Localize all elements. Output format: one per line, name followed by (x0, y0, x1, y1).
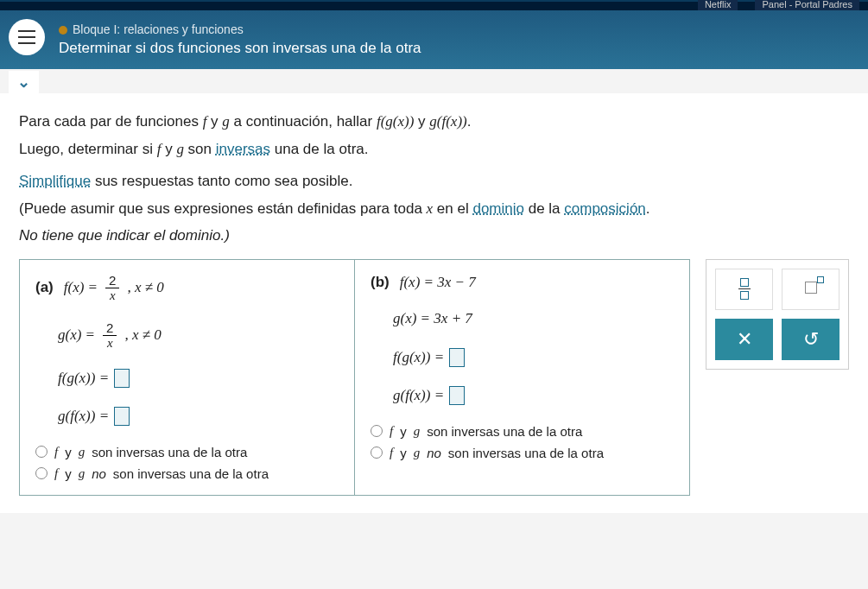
link-simplifique[interactable]: Simplifique (19, 173, 91, 189)
work-area: (a) f(x) = 2x , x ≠ 0 g(x) = 2x , x ≠ 0 … (19, 259, 849, 496)
link-inversas[interactable]: inversas (216, 141, 270, 157)
radio-b-not-inverse[interactable]: f y g no son inversas una de la otra (371, 446, 674, 460)
menu-button[interactable] (9, 19, 45, 55)
keypad: ✕ ↺ (706, 259, 849, 370)
tool-clear[interactable]: ✕ (715, 319, 773, 360)
radio-a-inverse[interactable]: f y g son inversas una de la otra (35, 445, 339, 459)
tool-exponent[interactable] (782, 269, 839, 310)
tool-undo[interactable]: ↺ (782, 319, 839, 360)
radio-b-inverse[interactable]: f y g son inversas una de la otra (371, 424, 674, 439)
column-b: (b) f(x) = 3x − 7 g(x) = 3x + 7 f(g(x)) … (355, 260, 689, 495)
question-content: Para cada par de funciones f y g a conti… (0, 93, 868, 513)
radio-icon (35, 446, 48, 458)
browser-tabs: Netflix Panel - Portal Padres (698, 0, 859, 10)
top-bar: Netflix Panel - Portal Padres (0, 0, 868, 10)
link-composicion[interactable]: composición (564, 200, 646, 217)
exponent-icon (805, 282, 817, 297)
label-a: (a) (35, 279, 54, 296)
radio-a-not-inverse[interactable]: f y g no son inversas una de la otra (35, 466, 339, 481)
input-b-fg[interactable] (449, 348, 465, 367)
input-b-gf[interactable] (449, 386, 465, 405)
status-dot-icon (59, 26, 67, 35)
fraction-icon (738, 278, 751, 300)
radio-icon (371, 425, 383, 437)
problem-table: (a) f(x) = 2x , x ≠ 0 g(x) = 2x , x ≠ 0 … (19, 259, 690, 496)
collapse-toggle[interactable]: ⌄ (9, 71, 39, 95)
column-a: (a) f(x) = 2x , x ≠ 0 g(x) = 2x , x ≠ 0 … (20, 260, 355, 495)
input-a-gf[interactable] (114, 407, 130, 426)
x-icon: ✕ (737, 328, 752, 351)
radio-icon (371, 446, 383, 459)
tool-fraction[interactable] (715, 269, 773, 310)
label-b: (b) (371, 274, 390, 291)
tab-panel[interactable]: Panel - Portal Padres (755, 0, 859, 10)
page-title: Determinar si dos funciones son inversas… (59, 40, 852, 57)
link-dominio[interactable]: dominio (472, 200, 524, 217)
tab-netflix[interactable]: Netflix (698, 0, 738, 10)
chevron-down-icon: ⌄ (17, 73, 30, 91)
block-label: Bloque I: relaciones y funciones (73, 22, 244, 36)
radio-icon (35, 467, 48, 479)
lesson-header: Bloque I: relaciones y funciones Determi… (0, 10, 868, 69)
undo-icon: ↺ (803, 328, 819, 351)
input-a-fg[interactable] (114, 369, 130, 388)
